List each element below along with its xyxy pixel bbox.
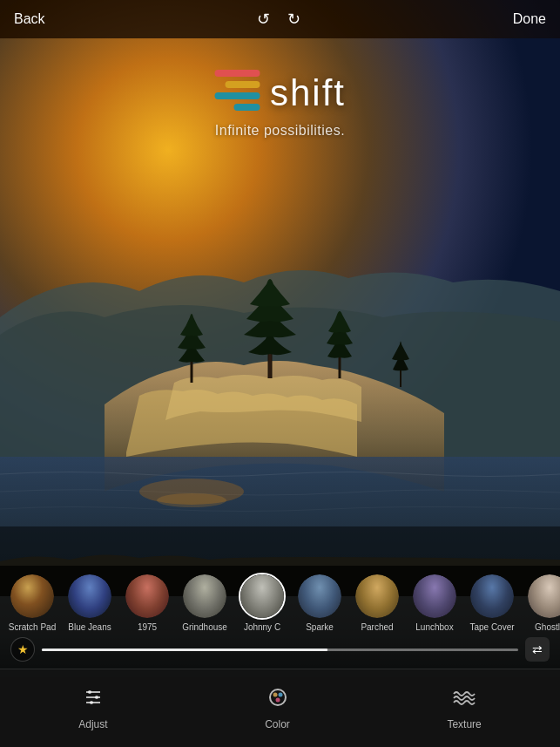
svg-point-17	[273, 692, 277, 696]
filter-thumb-inner-lunchbox	[413, 574, 456, 618]
filter-thumb-ghostly	[526, 573, 560, 620]
adjust-label: Adjust	[78, 718, 107, 730]
star-icon: ★	[17, 642, 29, 656]
filter-thumb-blue-jeans	[66, 573, 113, 620]
filter-item-1975[interactable]: 1975	[118, 573, 176, 632]
filter-label-blue-jeans: Blue Jeans	[68, 622, 111, 632]
filter-thumb-johnny-c	[239, 573, 286, 620]
filter-item-johnny-c[interactable]: Johnny C	[233, 573, 291, 632]
adjust-icon	[83, 687, 104, 713]
app-title: shift	[270, 75, 346, 112]
svg-point-16	[270, 689, 286, 705]
filter-label-sparke: Sparke	[306, 622, 334, 632]
color-label: Color	[265, 718, 290, 730]
filter-item-parched[interactable]: Parched	[348, 573, 406, 632]
filter-thumb-sparke	[296, 573, 343, 620]
filter-label-tape-cover: Tape Cover	[469, 622, 514, 632]
filter-thumb-inner-ghostly	[528, 574, 560, 618]
adjust-tool-button[interactable]: Adjust	[61, 680, 125, 737]
intensity-slider[interactable]	[42, 649, 518, 651]
filter-thumb-inner-tape-cover	[470, 574, 514, 618]
undo-button[interactable]: ↺	[257, 10, 270, 29]
filter-thumb-lunchbox	[411, 573, 458, 620]
filter-label-lunchbox: Lunchbox	[415, 622, 453, 632]
bottom-toolbar: Adjust Color Texture	[0, 669, 560, 747]
color-tool-button[interactable]: Color	[247, 680, 307, 737]
filter-thumb-inner-parched	[355, 574, 399, 618]
filter-thumb-grindhouse	[181, 573, 228, 620]
filter-thumb-inner-grindhouse	[183, 574, 226, 618]
filter-thumb-scratch-pad	[9, 573, 56, 620]
back-button[interactable]: Back	[14, 11, 45, 27]
filter-label-grindhouse: Grindhouse	[182, 622, 227, 632]
filter-thumb-inner-blue-jeans	[68, 574, 111, 618]
app-logo: shift Infinite possibilities.	[214, 70, 346, 139]
filter-label-scratch-pad: Scratch Pad	[9, 622, 56, 632]
color-icon	[267, 687, 288, 713]
done-button[interactable]: Done	[513, 11, 546, 27]
top-nav-bar: Back ↺ ↻ Done	[0, 0, 560, 38]
svg-point-15	[90, 701, 93, 704]
filter-label-ghostly: Ghostly	[535, 622, 560, 632]
filter-item-ghostly[interactable]: Ghostly	[521, 573, 560, 632]
filter-item-tape-cover[interactable]: Tape Cover	[463, 573, 521, 632]
svg-point-18	[278, 692, 282, 696]
filter-thumb-inner-scratch-pad	[10, 574, 54, 618]
filter-thumb-inner-1975	[125, 574, 169, 618]
shuffle-icon: ⇄	[532, 642, 543, 656]
filter-label-1975: 1975	[138, 622, 157, 632]
filter-item-sparke[interactable]: Sparke	[291, 573, 348, 632]
intensity-row: ★ ⇄	[0, 632, 560, 665]
filter-item-grindhouse[interactable]: Grindhouse	[176, 573, 233, 632]
app-tagline: Infinite possibilities.	[214, 123, 346, 139]
svg-point-19	[275, 697, 280, 702]
shuffle-button[interactable]: ⇄	[525, 637, 550, 662]
filter-thumb-tape-cover	[469, 573, 516, 620]
favorite-button[interactable]: ★	[10, 637, 35, 662]
filter-item-blue-jeans[interactable]: Blue Jeans	[61, 573, 118, 632]
redo-button[interactable]: ↻	[287, 10, 300, 29]
filter-thumb-parched	[354, 573, 401, 620]
filter-thumb-1975	[124, 573, 171, 620]
svg-point-14	[95, 696, 98, 699]
filter-thumb-inner-sparke	[298, 574, 341, 618]
filter-strip: Scratch PadBlue Jeans1975GrindhouseJohnn…	[0, 566, 560, 669]
svg-point-13	[88, 690, 91, 694]
filter-label-johnny-c: Johnny C	[244, 622, 280, 632]
texture-label: Texture	[447, 718, 481, 730]
svg-point-8	[157, 493, 226, 507]
filter-thumbnails-list: Scratch PadBlue Jeans1975GrindhouseJohnn…	[0, 573, 560, 632]
logo-lines	[214, 70, 260, 111]
undo-redo-controls: ↺ ↻	[257, 10, 300, 29]
filter-item-lunchbox[interactable]: Lunchbox	[406, 573, 463, 632]
texture-icon	[452, 687, 476, 713]
texture-tool-button[interactable]: Texture	[429, 680, 498, 737]
filter-label-parched: Parched	[361, 622, 393, 632]
filter-item-scratch-pad[interactable]: Scratch Pad	[3, 573, 61, 632]
filter-thumb-inner-johnny-c	[240, 574, 284, 618]
